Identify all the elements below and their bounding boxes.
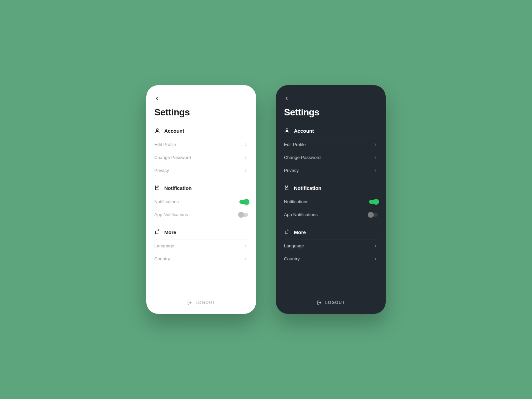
section-label: Account [164,128,184,134]
logout-button[interactable]: LOGOUT [154,296,248,307]
section-account: Account Edit Profile Change Password Pri… [284,128,378,177]
row-notifications: Notifications [284,195,378,208]
chevron-right-icon [243,244,248,248]
row-label: Change Password [284,155,321,160]
row-change-password[interactable]: Change Password [154,151,248,164]
row-label: Privacy [154,168,169,173]
chevron-right-icon [373,168,378,173]
svg-point-3 [287,186,288,187]
add-box-icon [154,229,160,235]
svg-point-0 [156,129,158,131]
logout-label: LOGOUT [196,300,215,305]
section-label: Account [294,128,314,134]
row-language[interactable]: Language [154,239,248,252]
section-header-notification: Notification [284,185,378,195]
row-label: Country [284,256,300,261]
section-more: More Language Country [154,229,248,265]
row-edit-profile[interactable]: Edit Profile [284,138,378,151]
back-button[interactable] [154,94,162,102]
chevron-right-icon [243,168,248,173]
row-country[interactable]: Country [154,252,248,265]
row-label: Language [154,243,174,248]
row-language[interactable]: Language [284,239,378,252]
svg-point-1 [157,186,159,187]
section-label: More [164,229,176,235]
row-label: Notifications [284,199,309,204]
row-edit-profile[interactable]: Edit Profile [154,138,248,151]
section-notification: Notification Notifications App Notificat… [154,185,248,221]
toggle-notifications[interactable] [369,200,378,204]
settings-screen-light: Settings Account Edit Profile Change Pas… [146,85,256,314]
person-icon [154,128,160,134]
chevron-left-icon [284,96,289,101]
section-header-more: More [154,229,248,239]
logout-icon [317,300,322,305]
logout-button[interactable]: LOGOUT [284,296,378,307]
logout-icon [187,300,192,305]
toggle-app-notifications[interactable] [239,213,248,217]
page-title: Settings [284,107,378,118]
row-app-notifications: App Notifications [154,208,248,221]
row-app-notifications: App Notifications [284,208,378,221]
section-more: More Language Country [284,229,378,265]
section-label: Notification [164,185,192,191]
chevron-right-icon [243,155,248,160]
toggle-notifications[interactable] [239,200,248,204]
section-header-account: Account [284,128,378,138]
section-header-notification: Notification [154,185,248,195]
chevron-right-icon [373,257,378,261]
row-label: App Notifications [284,212,318,217]
row-label: Edit Profile [154,142,176,147]
chevron-right-icon [373,244,378,248]
section-header-more: More [284,229,378,239]
row-change-password[interactable]: Change Password [284,151,378,164]
section-header-account: Account [154,128,248,138]
add-box-icon [284,229,290,235]
row-label: Notifications [154,199,179,204]
row-label: App Notifications [154,212,188,217]
toggle-app-notifications[interactable] [369,213,378,217]
person-icon [284,128,290,134]
row-privacy[interactable]: Privacy [154,164,248,177]
notification-icon [154,185,160,191]
section-notification: Notification Notifications App Notificat… [284,185,378,221]
row-label: Privacy [284,168,299,173]
section-label: Notification [294,185,322,191]
row-privacy[interactable]: Privacy [284,164,378,177]
chevron-right-icon [243,142,248,147]
chevron-right-icon [373,155,378,160]
page-title: Settings [154,107,248,118]
row-label: Change Password [154,155,191,160]
row-country[interactable]: Country [284,252,378,265]
logout-label: LOGOUT [325,300,345,305]
row-label: Language [284,243,304,248]
chevron-left-icon [154,96,160,101]
chevron-right-icon [243,257,248,261]
row-label: Edit Profile [284,142,306,147]
notification-icon [284,185,290,191]
svg-point-2 [286,129,288,131]
section-account: Account Edit Profile Change Password Pri… [154,128,248,177]
section-label: More [294,229,306,235]
chevron-right-icon [373,142,378,147]
row-label: Country [154,256,170,261]
row-notifications: Notifications [154,195,248,208]
back-button[interactable] [284,94,292,102]
settings-screen-dark: Settings Account Edit Profile Change Pas… [276,85,386,314]
